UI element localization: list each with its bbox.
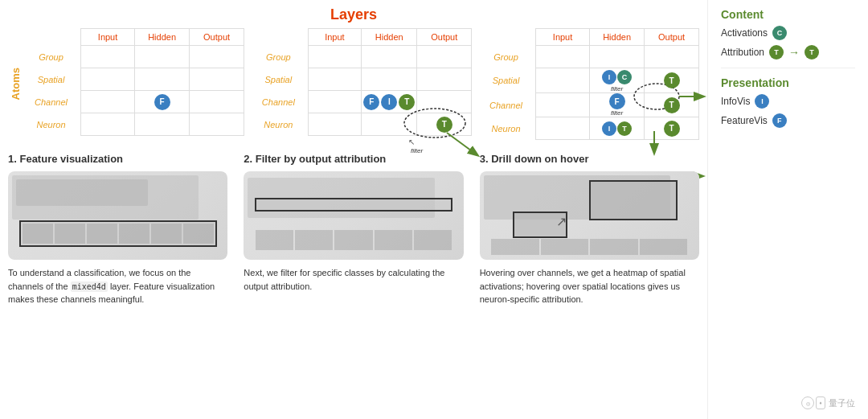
layers-title: Layers xyxy=(8,6,699,23)
table3: Input Hidden Output Group xyxy=(481,28,699,140)
col-hidden-2: Hidden xyxy=(362,29,417,46)
cell-spatial-hidden-1 xyxy=(135,68,190,91)
cell-spatial-input-1 xyxy=(81,68,135,91)
badge-I-2: I xyxy=(381,94,397,110)
presentation-section-title: Presentation xyxy=(721,76,855,89)
row-channel-1: Channel xyxy=(27,91,81,113)
attribution-label: Attribution xyxy=(721,47,764,58)
step-1-strip xyxy=(19,220,217,247)
step-2-text: Next, we filter for specific classes by … xyxy=(244,266,463,293)
col-hidden-3: Hidden xyxy=(590,29,645,46)
step-3: 3. Drill down on hover ↗ Ho xyxy=(480,153,699,306)
infovis-item: InfoVis I xyxy=(721,94,855,109)
step-1: 1. Feature visualization xyxy=(8,153,227,306)
step-3-arrow: ↗ xyxy=(556,214,567,229)
col-input-1: Input xyxy=(81,29,135,46)
step-2-title: 2. Filter by output attribution xyxy=(244,153,463,165)
step-1-text: To understand a classification, we focus… xyxy=(8,266,227,306)
step-3-box-large xyxy=(589,180,677,220)
badge-T-3n: T xyxy=(617,121,632,136)
activations-item: Activations C xyxy=(721,26,855,40)
tables-row: Input Hidden Output Group xyxy=(27,28,699,140)
infovis-label: InfoVis xyxy=(721,96,750,107)
left-content: Layers Atoms Input Hidden Output xyxy=(0,0,707,419)
step-1-image xyxy=(8,171,227,260)
col-output-3: Output xyxy=(645,29,699,46)
featurevis-item: FeatureVis F xyxy=(721,113,855,128)
col-input-3: Input xyxy=(536,29,590,46)
watermark-text: 量子位 xyxy=(829,397,855,409)
step-2: 2. Filter by output attribution Nex xyxy=(244,153,463,306)
arrow-right-icon: → xyxy=(788,46,800,59)
badge-I-3n: I xyxy=(602,121,616,136)
table2: Input Hidden Output Group xyxy=(254,28,472,136)
badge-F-sidebar: F xyxy=(772,113,787,128)
badge-I-sidebar: I xyxy=(755,94,769,109)
cell-group-output-1 xyxy=(190,46,244,68)
badge-T-2: T xyxy=(399,94,415,110)
row-group-1: Group xyxy=(27,46,81,68)
watermark-icon: ◎ ♦ xyxy=(801,396,825,409)
attribution-item: Attribution T → T xyxy=(721,45,855,60)
badge-T-output-2: T xyxy=(436,117,452,133)
main-container: Layers Atoms Input Hidden Output xyxy=(0,0,868,419)
badge-I-3s: I xyxy=(602,70,616,84)
row-spatial-1: Spatial xyxy=(27,68,81,91)
badge-F-1: F xyxy=(154,94,170,110)
atoms-wrapper: Atoms Input Hidden Output xyxy=(8,28,699,140)
badge-T-sidebar-to: T xyxy=(805,45,819,60)
atoms-label: Atoms xyxy=(8,64,23,103)
content-section-title: Content xyxy=(721,8,855,21)
step-3-text: Hovering over channels, we get a heatmap… xyxy=(480,266,699,306)
step-3-image: ↗ xyxy=(480,171,699,260)
col-output-2: Output xyxy=(417,29,472,46)
cell-channel-output-1 xyxy=(190,91,244,113)
badge-C-3s: C xyxy=(617,70,632,84)
steps-section: 1. Feature visualization xyxy=(8,153,699,306)
cell-channel-hidden-1: F xyxy=(135,91,190,113)
col-hidden-1: Hidden xyxy=(135,29,190,46)
badge-C-sidebar: C xyxy=(772,26,787,40)
cell-neuron-input-1 xyxy=(81,113,135,136)
row-neuron-1: Neuron xyxy=(27,113,81,136)
activations-label: Activations xyxy=(721,27,768,39)
table2-container: Input Hidden Output Group xyxy=(254,28,472,136)
badge-T-3n2: T xyxy=(664,121,680,137)
right-sidebar: Content Activations C Attribution T → T … xyxy=(707,0,868,419)
table1-container: Input Hidden Output Group xyxy=(27,28,244,136)
svg-line-3 xyxy=(447,133,477,155)
step-2-image xyxy=(244,171,463,260)
badge-T-3s: T xyxy=(664,72,680,88)
layers-section: Layers Atoms Input Hidden Output xyxy=(8,6,699,140)
badge-F-2: F xyxy=(363,94,379,110)
cell-channel-input-1 xyxy=(81,91,135,113)
table3-container: Input Hidden Output Group xyxy=(481,28,699,140)
col-input-2: Input xyxy=(308,29,361,46)
step-1-title: 1. Feature visualization xyxy=(8,153,227,165)
badge-T-3c: T xyxy=(664,97,680,113)
step-2-bar xyxy=(255,198,452,212)
watermark-area: ◎ ♦ 量子位 xyxy=(801,396,855,409)
cell-group-hidden-1 xyxy=(135,46,190,68)
col-output-1: Output xyxy=(190,29,244,46)
featurevis-label: FeatureVis xyxy=(721,115,768,126)
badge-F-3c: F xyxy=(609,93,625,109)
cell-spatial-output-1 xyxy=(190,68,244,91)
table1: Input Hidden Output Group xyxy=(27,28,244,136)
cell-neuron-output-1 xyxy=(190,113,244,136)
badge-T-sidebar-from: T xyxy=(769,45,784,60)
cell-neuron-hidden-1 xyxy=(135,113,190,136)
cell-group-input-1 xyxy=(81,46,135,68)
sidebar-divider xyxy=(721,68,855,68)
svg-text:↖: ↖ xyxy=(408,138,415,146)
step-3-title: 3. Drill down on hover xyxy=(480,153,699,165)
